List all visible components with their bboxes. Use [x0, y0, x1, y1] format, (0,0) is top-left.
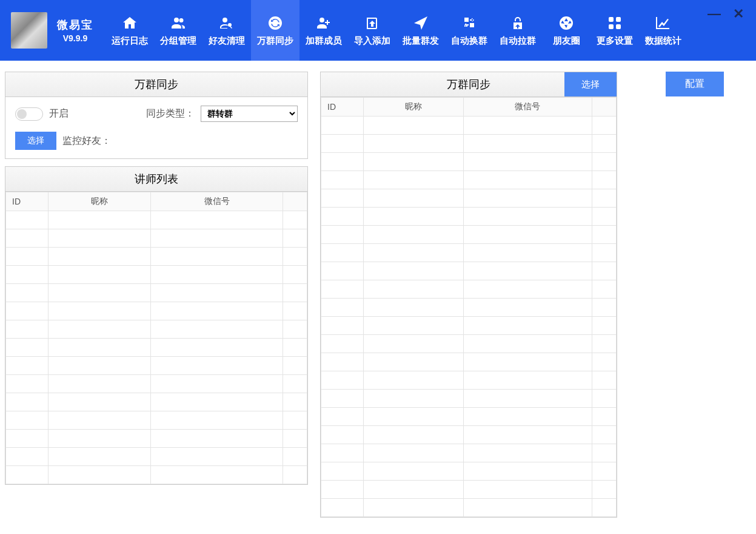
select-groups-button[interactable]: 选择: [564, 72, 617, 96]
sync-type-select[interactable]: 群转群: [201, 106, 298, 122]
table-row[interactable]: [321, 499, 617, 517]
table-row[interactable]: [6, 375, 307, 393]
table-row[interactable]: [321, 299, 617, 317]
nav-label: 数据统计: [645, 35, 681, 47]
nav-swap[interactable]: 自动换群: [445, 0, 493, 61]
app-name: 微易宝: [57, 18, 93, 32]
table-row[interactable]: [321, 153, 617, 171]
nav-label: 批量群发: [403, 35, 439, 47]
grid-icon: [606, 15, 623, 32]
table-row[interactable]: [321, 171, 617, 189]
group-sync-table: ID 昵称 微信号: [321, 97, 617, 517]
col-wechat-id[interactable]: 微信号: [151, 192, 283, 211]
middle-column: 万群同步 选择 ID 昵称 微信号: [320, 72, 617, 518]
user-search-icon: [218, 15, 235, 32]
sync-type-label: 同步类型：: [146, 107, 195, 120]
avatar: [11, 12, 47, 49]
col-id[interactable]: ID: [321, 98, 364, 117]
group-sync-panel: 万群同步 选择 ID 昵称 微信号: [320, 72, 617, 518]
teacher-list-panel: 讲师列表 ID 昵称 微信号: [5, 166, 308, 485]
config-button[interactable]: 配置: [666, 72, 724, 96]
enable-toggle[interactable]: [15, 107, 43, 121]
col-nickname[interactable]: 昵称: [49, 192, 151, 211]
app-version: V9.9.9: [63, 33, 87, 43]
enable-label: 开启: [49, 107, 69, 120]
sync-settings-panel: 万群同步 开启 同步类型： 群转群 选择 监控好友：: [5, 72, 308, 159]
teacher-list-title: 讲师列表: [5, 167, 307, 192]
table-row[interactable]: [321, 117, 617, 135]
table-row[interactable]: [321, 481, 617, 499]
nav-chart[interactable]: 数据统计: [639, 0, 687, 61]
minimize-icon[interactable]: —: [707, 6, 721, 22]
users-icon: [170, 15, 187, 32]
table-row[interactable]: [6, 302, 307, 320]
table-row[interactable]: [6, 266, 307, 284]
svg-point-0: [269, 16, 282, 30]
table-row[interactable]: [6, 248, 307, 266]
table-row[interactable]: [6, 430, 307, 448]
nav-label: 自动拉群: [500, 35, 536, 47]
pull-icon: [509, 15, 526, 32]
swap-icon: [461, 15, 478, 32]
table-row[interactable]: [321, 335, 617, 353]
table-row[interactable]: [321, 390, 617, 408]
table-row[interactable]: [321, 189, 617, 208]
send-icon: [412, 15, 429, 32]
table-row[interactable]: [321, 262, 617, 280]
col-nickname[interactable]: 昵称: [364, 98, 464, 117]
table-row[interactable]: [321, 208, 617, 226]
nav-user-add[interactable]: 加群成员: [299, 0, 348, 61]
table-row[interactable]: [6, 284, 307, 302]
table-row[interactable]: [6, 229, 307, 248]
nav-pull[interactable]: 自动拉群: [493, 0, 542, 61]
main-nav: 运行日志分组管理好友清理万群同步加群成员导入添加批量群发自动换群自动拉群朋友圈更…: [105, 0, 687, 61]
table-row[interactable]: [6, 320, 307, 339]
nav-user-search[interactable]: 好友清理: [202, 0, 251, 61]
table-row[interactable]: [321, 280, 617, 299]
nav-send[interactable]: 批量群发: [396, 0, 445, 61]
col-id[interactable]: ID: [6, 192, 49, 211]
nav-label: 更多设置: [597, 35, 633, 47]
content-area: 万群同步 开启 同步类型： 群转群 选择 监控好友： 讲师列表: [0, 61, 756, 529]
table-row[interactable]: [6, 466, 307, 484]
table-row[interactable]: [321, 426, 617, 444]
nav-label: 万群同步: [257, 35, 293, 47]
nav-import[interactable]: 导入添加: [348, 0, 396, 61]
user-add-icon: [315, 15, 332, 32]
table-row[interactable]: [321, 408, 617, 426]
table-row[interactable]: [321, 371, 617, 390]
table-row[interactable]: [6, 339, 307, 357]
col-spacer: [592, 98, 617, 117]
nav-users[interactable]: 分组管理: [154, 0, 202, 61]
table-row[interactable]: [6, 357, 307, 375]
nav-sync[interactable]: 万群同步: [251, 0, 299, 61]
monitor-row: 选择 监控好友：: [15, 132, 298, 150]
app-title-block: 微易宝 V9.9.9: [57, 18, 93, 43]
table-row[interactable]: [321, 135, 617, 153]
nav-aperture[interactable]: 朋友圈: [542, 0, 590, 61]
col-wechat-id[interactable]: 微信号: [463, 98, 592, 117]
nav-label: 导入添加: [354, 35, 390, 47]
left-column: 万群同步 开启 同步类型： 群转群 选择 监控好友： 讲师列表: [5, 72, 308, 485]
group-sync-header: 万群同步 选择: [321, 72, 617, 97]
table-row[interactable]: [6, 448, 307, 466]
nav-home[interactable]: 运行日志: [105, 0, 154, 61]
table-row[interactable]: [6, 393, 307, 411]
table-row[interactable]: [321, 244, 617, 262]
aperture-icon: [558, 15, 575, 32]
group-sync-title: 万群同步: [447, 77, 490, 92]
svg-rect-3: [609, 24, 614, 29]
sync-icon: [267, 15, 284, 32]
nav-grid[interactable]: 更多设置: [590, 0, 639, 61]
table-row[interactable]: [321, 226, 617, 244]
select-friends-button[interactable]: 选择: [15, 132, 56, 150]
table-row[interactable]: [321, 462, 617, 481]
table-row[interactable]: [6, 211, 307, 229]
table-row[interactable]: [6, 411, 307, 430]
home-icon: [121, 15, 138, 32]
table-row[interactable]: [321, 317, 617, 335]
table-row[interactable]: [321, 353, 617, 371]
close-icon[interactable]: ✕: [733, 6, 744, 22]
nav-label: 加群成员: [306, 35, 342, 47]
table-row[interactable]: [321, 444, 617, 462]
